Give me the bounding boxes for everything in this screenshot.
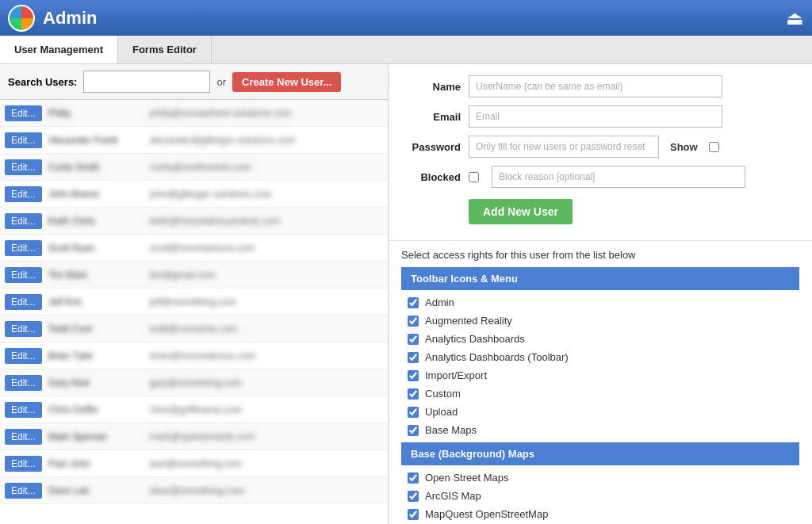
edit-user-button[interactable]: Edit... (5, 132, 42, 148)
edit-user-button[interactable]: Edit... (5, 348, 42, 364)
user-name: Mark Spenser (48, 431, 144, 442)
edit-user-button[interactable]: Edit... (5, 429, 42, 445)
user-name: Tim Mark (48, 270, 144, 281)
edit-user-button[interactable]: Edit... (5, 159, 42, 175)
section-header: Base (Background) Maps (401, 442, 799, 465)
access-item: Admin (401, 293, 799, 312)
blocked-checkbox[interactable] (469, 172, 479, 182)
access-item-label: Import/Export (425, 369, 487, 381)
tab-forms-editor[interactable]: Forms Editor (118, 36, 212, 63)
name-input[interactable] (469, 75, 722, 98)
access-checkbox[interactable] (408, 425, 419, 436)
access-item-label: Upload (425, 406, 458, 418)
block-reason-input[interactable] (492, 166, 745, 188)
access-checkbox[interactable] (408, 370, 419, 381)
access-checkbox[interactable] (408, 407, 419, 418)
access-item: Upload (401, 403, 799, 421)
edit-user-button[interactable]: Edit... (5, 483, 42, 499)
user-row: Edit...Tim Marktim@gmail.com (0, 262, 388, 289)
access-checkbox[interactable] (408, 491, 419, 502)
access-item-label: MapQuest OpenStreetMap (425, 508, 548, 520)
user-email: john@gfterger-solutions.com (150, 189, 383, 200)
add-user-button[interactable]: Add New User (469, 199, 573, 224)
password-input[interactable] (469, 136, 659, 158)
user-email: mark@spentsments.com (150, 431, 383, 442)
user-row: Edit...Alexander Fumbalexander@gfterger-… (0, 127, 388, 154)
user-name: Dave Lee (48, 485, 144, 496)
show-password-checkbox[interactable] (709, 142, 719, 152)
access-checkbox[interactable] (408, 388, 419, 400)
user-row: Edit...Paul Johnpaul@something.com (0, 450, 388, 477)
access-checkbox[interactable] (408, 352, 419, 363)
blocked-label: Blocked (401, 171, 461, 183)
access-checkbox[interactable] (408, 509, 419, 520)
edit-user-button[interactable]: Edit... (5, 186, 42, 202)
edit-user-button[interactable]: Edit... (5, 213, 42, 229)
user-row: Edit...Dave Leedave@something.com (0, 477, 388, 504)
name-label: Name (401, 81, 461, 93)
user-name: Keith Chris (48, 216, 144, 227)
edit-user-button[interactable]: Edit... (5, 240, 42, 256)
access-item-label: Analytics Dashboards (Toolbar) (425, 351, 569, 363)
search-bar: Search Users: or Create New User... (0, 64, 388, 100)
user-name: Scott Ryan (48, 243, 144, 254)
user-row: Edit...Scott Ryanscott@mountainous.com (0, 235, 388, 262)
edit-user-button[interactable]: Edit... (5, 375, 42, 391)
user-email: jeff@something.com (150, 296, 383, 308)
user-name: Gary Nick (48, 377, 144, 388)
edit-user-button[interactable]: Edit... (5, 402, 42, 418)
access-checkbox[interactable] (408, 472, 419, 484)
header-left: Admin (8, 5, 97, 32)
access-checkbox[interactable] (408, 297, 419, 308)
tab-user-management[interactable]: User Management (0, 36, 118, 63)
user-name: Paul John (48, 458, 144, 469)
user-name: John Boerm (48, 189, 144, 200)
user-name: Curtis Smith (48, 162, 144, 173)
email-label: Email (401, 111, 461, 123)
access-checkbox[interactable] (408, 316, 419, 327)
user-email: gary@something.com (150, 377, 383, 388)
user-row: Edit...Mark Spensermark@spentsments.com (0, 423, 388, 450)
app-header: Admin ⏏ (0, 0, 812, 36)
exit-icon[interactable]: ⏏ (786, 7, 804, 29)
user-email: todd@corments.com (150, 323, 383, 335)
blocked-row: Blocked (401, 166, 799, 188)
user-email: philly@somewhere-solutions.com (150, 108, 383, 119)
access-item-label: Augmented Reality (425, 315, 512, 327)
user-name: Jeff Eric (48, 296, 144, 308)
access-checkbox[interactable] (408, 334, 419, 345)
right-panel: Name Email Password Show Blocked (389, 64, 812, 524)
access-rights-panel: Select access rights for this user from … (389, 241, 812, 524)
access-item: Analytics Dashboards (Toolbar) (401, 348, 799, 366)
user-email: paul@something.com (150, 458, 383, 469)
user-row: Edit...Phillyphilly@somewhere-solutions.… (0, 100, 388, 127)
search-or-text: or (216, 76, 226, 88)
access-item: Custom (401, 384, 799, 403)
user-list: Edit...Phillyphilly@somewhere-solutions.… (0, 100, 388, 524)
access-item-label: Analytics Dashboards (425, 333, 525, 345)
email-input[interactable] (469, 105, 722, 128)
edit-user-button[interactable]: Edit... (5, 456, 42, 472)
password-row: Password Show (401, 136, 799, 158)
email-row: Email (401, 105, 799, 128)
edit-user-button[interactable]: Edit... (5, 321, 42, 337)
edit-user-button[interactable]: Edit... (5, 105, 42, 121)
edit-user-button[interactable]: Edit... (5, 294, 42, 310)
user-email: keith@mountainousments.com (150, 216, 383, 227)
user-email: brian@mountainous.com (150, 350, 383, 361)
user-email: alexander@gfterger-solutions.com (150, 135, 383, 146)
user-name: Todd Core (48, 323, 144, 335)
access-rights-title: Select access rights for this user from … (401, 249, 799, 261)
user-name: Chris Griffin (48, 404, 144, 415)
user-email: scott@mountainous.com (150, 243, 383, 254)
app-title: Admin (43, 8, 97, 29)
create-user-button[interactable]: Create New User... (232, 72, 341, 92)
user-row: Edit...Chris Griffinchris@griffments.com (0, 396, 388, 423)
main-content: Search Users: or Create New User... Edit… (0, 64, 812, 524)
password-label: Password (401, 141, 461, 153)
user-row: Edit...Keith Chriskeith@mountainousments… (0, 208, 388, 235)
section-header: Toolbar Icons & Menu (401, 267, 799, 290)
search-input[interactable] (83, 71, 210, 93)
user-email: curtis@smithments.com (150, 162, 383, 173)
edit-user-button[interactable]: Edit... (5, 267, 42, 283)
